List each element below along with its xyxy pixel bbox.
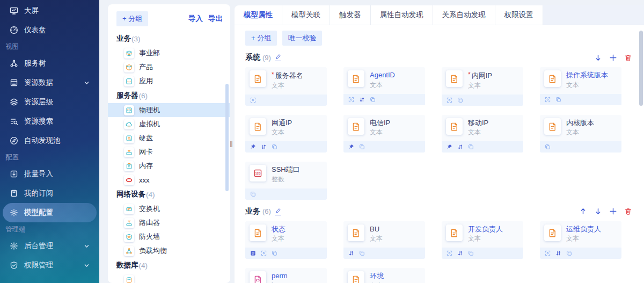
sort-icon[interactable]: [359, 97, 365, 103]
attribute-card[interactable]: 移动IP文本: [442, 115, 523, 153]
fullscreen-icon[interactable]: [447, 97, 452, 103]
sidebar-item-service-tree[interactable]: 服务树: [3, 54, 97, 73]
copy-icon[interactable]: [555, 97, 561, 103]
sort-icon[interactable]: [261, 144, 267, 150]
unique-check-button[interactable]: 唯一校验: [282, 31, 322, 46]
add-attribute-icon[interactable]: [609, 207, 617, 215]
tab-4[interactable]: 属性自动发现: [371, 5, 433, 25]
sort-icon[interactable]: [457, 250, 463, 256]
copy-icon[interactable]: [359, 144, 365, 150]
model-item[interactable]: 交换机: [108, 202, 230, 216]
fullscreen-icon[interactable]: [545, 250, 551, 256]
fullscreen-icon[interactable]: [447, 250, 452, 256]
pin-icon[interactable]: [348, 144, 354, 150]
move-group-down-icon[interactable]: [594, 207, 602, 215]
model-item[interactable]: [108, 273, 230, 283]
delete-group-icon[interactable]: [624, 54, 632, 62]
panel-resize-handle[interactable]: ‖: [230, 140, 233, 149]
sidebar-item-dashboard[interactable]: 仪表盘: [3, 20, 97, 40]
sidebar-item-admin-gear[interactable]: 后台管理: [3, 236, 97, 256]
sort-icon[interactable]: [457, 144, 463, 150]
fullscreen-icon[interactable]: [250, 97, 256, 103]
main-panel-scrollbar[interactable]: [639, 31, 643, 106]
attribute-card[interactable]: 状态文本: [245, 221, 327, 259]
attribute-card[interactable]: 环境文本: [343, 268, 425, 283]
model-item[interactable]: 硬盘: [108, 131, 230, 145]
attribute-card[interactable]: 运维负责人文本: [540, 221, 621, 259]
attribute-card[interactable]: 开发负责人文本: [442, 221, 523, 259]
move-group-up-icon[interactable]: [579, 207, 587, 215]
model-item[interactable]: 防火墙: [108, 230, 230, 244]
sidebar-item-resource-data[interactable]: 资源数据: [3, 73, 97, 92]
add-attribute-icon[interactable]: [609, 54, 617, 62]
model-item[interactable]: 内存: [108, 159, 230, 173]
copy-icon[interactable]: [468, 250, 474, 256]
attribute-card[interactable]: *服务器名文本: [245, 67, 327, 106]
model-item[interactable]: 物理机: [108, 103, 230, 117]
sidebar-item-discovery[interactable]: 自动发现池: [3, 131, 97, 150]
model-item[interactable]: 网卡: [108, 145, 230, 159]
attribute-card[interactable]: 网通IP文本: [245, 115, 327, 153]
fullscreen-icon[interactable]: [545, 97, 551, 103]
move-group-down-icon[interactable]: [594, 54, 602, 62]
model-item[interactable]: 产品: [108, 60, 230, 74]
delete-group-icon[interactable]: [624, 207, 632, 215]
model-item[interactable]: 负载均衡: [108, 244, 230, 258]
attribute-card[interactable]: AgentID文本: [343, 67, 425, 106]
attribute-card[interactable]: permjson: [245, 268, 327, 283]
copy-icon[interactable]: [272, 250, 277, 256]
sidebar-item-layers[interactable]: 资源层级: [3, 92, 97, 112]
sidebar-item-subscription[interactable]: 我的订阅: [3, 184, 97, 203]
attribute-card[interactable]: 操作系统版本文本: [540, 67, 621, 106]
attribute-name-text: 运维负责人: [566, 225, 601, 233]
copy-icon[interactable]: [457, 97, 463, 103]
export-link[interactable]: 导出: [208, 14, 223, 24]
copy-icon[interactable]: [468, 144, 474, 150]
tab-5[interactable]: 关系自动发现: [433, 5, 495, 25]
model-item-label: 硬盘: [139, 133, 153, 143]
list-icon[interactable]: [250, 250, 256, 256]
attribute-card[interactable]: BU文本: [343, 221, 425, 259]
attribute-card[interactable]: 123SSH端口整数: [245, 162, 327, 200]
model-item[interactable]: 事业部: [108, 46, 230, 60]
copy-icon[interactable]: [545, 144, 551, 150]
main-panel: 模型属性模型关联触发器属性自动发现关系自动发现权限设置 + 分组 唯一校验 系统…: [235, 5, 644, 283]
attribute-name-text: 服务器名: [275, 71, 303, 79]
import-link[interactable]: 导入: [188, 14, 203, 24]
tab-1[interactable]: 模型属性: [235, 5, 282, 25]
sidebar-item-resource-search[interactable]: 资源搜索: [3, 112, 97, 131]
copy-icon[interactable]: [566, 250, 572, 256]
edit-group-icon[interactable]: [275, 208, 281, 215]
attribute-card-text: AgentID文本: [370, 70, 395, 90]
sort-icon[interactable]: [555, 250, 561, 256]
tab-3[interactable]: 触发器: [330, 5, 371, 25]
sidebar-item-screen[interactable]: 大屏: [3, 1, 97, 20]
add-group-button[interactable]: + 分组: [116, 11, 148, 26]
copy-icon[interactable]: [370, 97, 376, 103]
attribute-card[interactable]: 内核版本文本: [540, 115, 621, 153]
attribute-card[interactable]: 电信IP文本: [343, 115, 425, 153]
model-panel-scrollbar[interactable]: [225, 84, 229, 191]
pin-icon[interactable]: [447, 144, 452, 150]
model-item[interactable]: 路由器: [108, 216, 230, 230]
fullscreen-icon[interactable]: [261, 250, 267, 256]
pin-icon[interactable]: [250, 144, 256, 150]
attribute-card-text: 运维负责人文本: [566, 224, 601, 244]
model-item[interactable]: 应用: [108, 74, 230, 88]
fullscreen-icon[interactable]: [348, 97, 354, 103]
copy-icon[interactable]: [359, 250, 365, 256]
model-item[interactable]: xxx: [108, 173, 230, 187]
attribute-card[interactable]: *内网IP文本: [442, 67, 523, 106]
attribute-name: 状态: [272, 225, 286, 234]
sidebar-item-batch-import[interactable]: 批量导入: [3, 164, 97, 184]
sidebar-item-model-config[interactable]: 模型配置: [3, 203, 97, 222]
model-item[interactable]: 虚拟机: [108, 117, 230, 131]
add-attribute-group-button[interactable]: + 分组: [245, 31, 277, 46]
sidebar-item-permission-shield[interactable]: 权限管理: [3, 256, 97, 275]
tab-6[interactable]: 权限设置: [495, 5, 543, 25]
copy-icon[interactable]: [272, 144, 277, 150]
sort-icon[interactable]: [348, 250, 354, 256]
copy-icon[interactable]: [250, 191, 256, 197]
tab-2[interactable]: 模型关联: [282, 5, 330, 25]
edit-group-icon[interactable]: [275, 54, 281, 61]
